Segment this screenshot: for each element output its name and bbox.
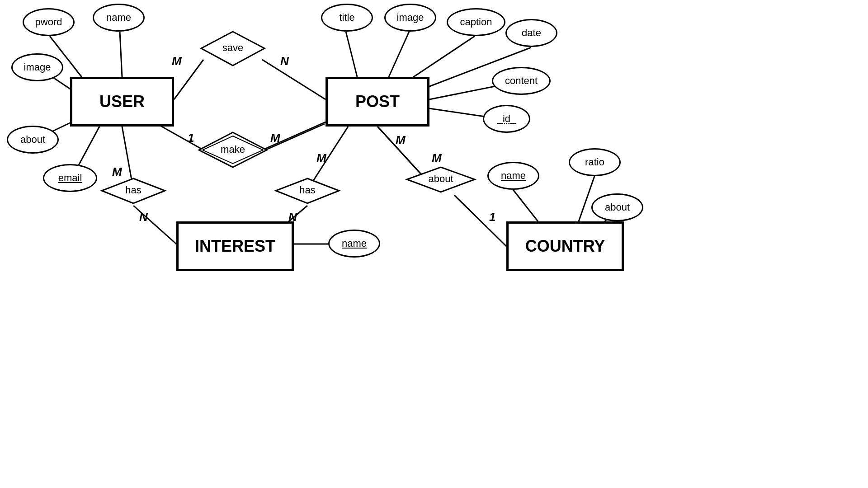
svg-line-18 [389,32,409,77]
attr-user-name: name [93,4,145,32]
attr-post-image: image [384,4,436,32]
attr-user-email: email [43,164,97,192]
card-interest-has-user: N [139,210,148,224]
attr-country-name: name [487,162,539,190]
svg-line-25 [579,176,594,221]
attr-country-ratio: ratio [569,148,621,176]
svg-line-1 [120,32,122,77]
card-post-about: M [396,133,406,147]
attr-user-pword: pword [23,8,75,36]
er-diagram: USER POST INTEREST COUNTRY pword name im… [0,0,868,488]
attr-country-about: about [591,193,643,221]
attr-user-about: about [7,126,59,154]
card-post-save: N [280,54,289,68]
card-post-make: M [270,131,280,145]
attr-post-date: date [505,19,557,47]
card-user-make: 1 [188,131,194,145]
attr-post-title: title [321,4,373,32]
card-interest-has-post: N [288,210,297,224]
card-user-has: M [112,165,122,179]
svg-line-16 [454,195,506,246]
attr-interest-name: name [328,230,380,258]
attr-post-caption: caption [447,8,505,36]
card-post-has: M [316,151,326,165]
svg-line-19 [407,36,475,81]
entity-user: USER [70,77,174,127]
attr-user-image: image [11,53,63,81]
svg-line-6 [262,60,326,99]
connections-layer [0,0,868,488]
card-about-post: M [432,151,442,165]
card-user-save: M [172,54,182,68]
entity-post: POST [326,77,429,127]
card-country-about: 1 [489,210,495,224]
svg-line-24 [513,190,538,221]
attr-post-id: _id_ [483,105,530,133]
attr-post-content: content [492,67,551,95]
svg-line-17 [346,32,357,77]
entity-country: COUNTRY [506,221,624,271]
entity-interest: INTEREST [176,221,294,271]
svg-line-12 [307,127,348,190]
svg-line-10 [122,127,133,190]
